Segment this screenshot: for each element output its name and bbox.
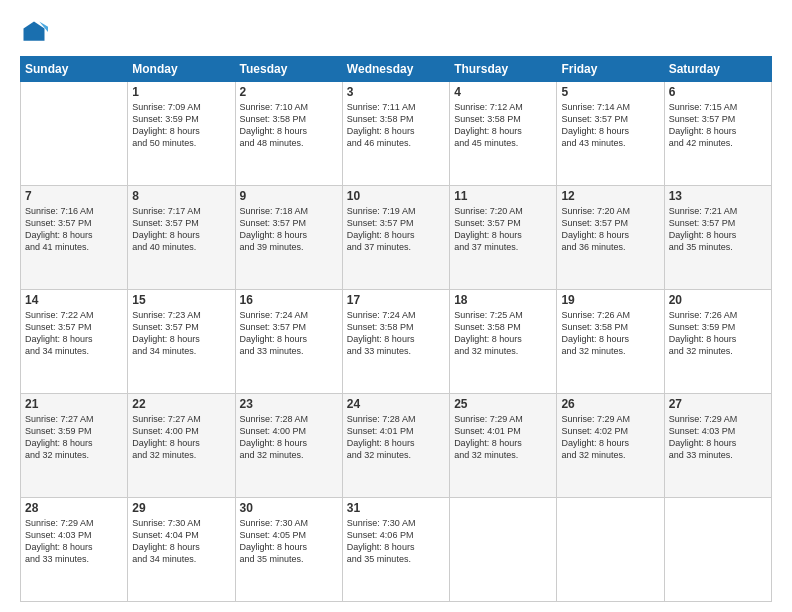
svg-marker-0: [24, 22, 45, 41]
calendar-cell: 28Sunrise: 7:29 AM Sunset: 4:03 PM Dayli…: [21, 498, 128, 602]
day-number: 21: [25, 397, 123, 411]
calendar-cell: 26Sunrise: 7:29 AM Sunset: 4:02 PM Dayli…: [557, 394, 664, 498]
day-number: 9: [240, 189, 338, 203]
cell-info: Sunrise: 7:10 AM Sunset: 3:58 PM Dayligh…: [240, 101, 338, 150]
weekday-header-monday: Monday: [128, 57, 235, 82]
calendar-cell: 7Sunrise: 7:16 AM Sunset: 3:57 PM Daylig…: [21, 186, 128, 290]
calendar-cell: [450, 498, 557, 602]
day-number: 28: [25, 501, 123, 515]
logo-icon: [20, 18, 48, 46]
day-number: 22: [132, 397, 230, 411]
calendar-cell: 12Sunrise: 7:20 AM Sunset: 3:57 PM Dayli…: [557, 186, 664, 290]
day-number: 30: [240, 501, 338, 515]
day-number: 2: [240, 85, 338, 99]
calendar-cell: 9Sunrise: 7:18 AM Sunset: 3:57 PM Daylig…: [235, 186, 342, 290]
day-number: 26: [561, 397, 659, 411]
calendar-cell: 3Sunrise: 7:11 AM Sunset: 3:58 PM Daylig…: [342, 82, 449, 186]
calendar-cell: 31Sunrise: 7:30 AM Sunset: 4:06 PM Dayli…: [342, 498, 449, 602]
day-number: 4: [454, 85, 552, 99]
day-number: 24: [347, 397, 445, 411]
day-number: 12: [561, 189, 659, 203]
calendar-cell: 29Sunrise: 7:30 AM Sunset: 4:04 PM Dayli…: [128, 498, 235, 602]
cell-info: Sunrise: 7:30 AM Sunset: 4:06 PM Dayligh…: [347, 517, 445, 566]
calendar-week-4: 21Sunrise: 7:27 AM Sunset: 3:59 PM Dayli…: [21, 394, 772, 498]
cell-info: Sunrise: 7:29 AM Sunset: 4:01 PM Dayligh…: [454, 413, 552, 462]
calendar-week-3: 14Sunrise: 7:22 AM Sunset: 3:57 PM Dayli…: [21, 290, 772, 394]
cell-info: Sunrise: 7:20 AM Sunset: 3:57 PM Dayligh…: [561, 205, 659, 254]
calendar-week-1: 1Sunrise: 7:09 AM Sunset: 3:59 PM Daylig…: [21, 82, 772, 186]
calendar-cell: 24Sunrise: 7:28 AM Sunset: 4:01 PM Dayli…: [342, 394, 449, 498]
calendar-cell: [21, 82, 128, 186]
calendar-cell: 22Sunrise: 7:27 AM Sunset: 4:00 PM Dayli…: [128, 394, 235, 498]
cell-info: Sunrise: 7:12 AM Sunset: 3:58 PM Dayligh…: [454, 101, 552, 150]
day-number: 11: [454, 189, 552, 203]
cell-info: Sunrise: 7:26 AM Sunset: 3:59 PM Dayligh…: [669, 309, 767, 358]
header: [20, 18, 772, 46]
day-number: 14: [25, 293, 123, 307]
day-number: 13: [669, 189, 767, 203]
cell-info: Sunrise: 7:16 AM Sunset: 3:57 PM Dayligh…: [25, 205, 123, 254]
cell-info: Sunrise: 7:29 AM Sunset: 4:03 PM Dayligh…: [669, 413, 767, 462]
calendar-cell: 25Sunrise: 7:29 AM Sunset: 4:01 PM Dayli…: [450, 394, 557, 498]
weekday-header-friday: Friday: [557, 57, 664, 82]
cell-info: Sunrise: 7:18 AM Sunset: 3:57 PM Dayligh…: [240, 205, 338, 254]
calendar-cell: [664, 498, 771, 602]
calendar-cell: 15Sunrise: 7:23 AM Sunset: 3:57 PM Dayli…: [128, 290, 235, 394]
calendar-cell: 1Sunrise: 7:09 AM Sunset: 3:59 PM Daylig…: [128, 82, 235, 186]
calendar-cell: 10Sunrise: 7:19 AM Sunset: 3:57 PM Dayli…: [342, 186, 449, 290]
calendar-cell: 6Sunrise: 7:15 AM Sunset: 3:57 PM Daylig…: [664, 82, 771, 186]
day-number: 29: [132, 501, 230, 515]
calendar-week-5: 28Sunrise: 7:29 AM Sunset: 4:03 PM Dayli…: [21, 498, 772, 602]
day-number: 5: [561, 85, 659, 99]
calendar-cell: 20Sunrise: 7:26 AM Sunset: 3:59 PM Dayli…: [664, 290, 771, 394]
weekday-header-row: SundayMondayTuesdayWednesdayThursdayFrid…: [21, 57, 772, 82]
cell-info: Sunrise: 7:14 AM Sunset: 3:57 PM Dayligh…: [561, 101, 659, 150]
cell-info: Sunrise: 7:22 AM Sunset: 3:57 PM Dayligh…: [25, 309, 123, 358]
cell-info: Sunrise: 7:27 AM Sunset: 3:59 PM Dayligh…: [25, 413, 123, 462]
cell-info: Sunrise: 7:24 AM Sunset: 3:58 PM Dayligh…: [347, 309, 445, 358]
day-number: 6: [669, 85, 767, 99]
day-number: 10: [347, 189, 445, 203]
weekday-header-wednesday: Wednesday: [342, 57, 449, 82]
calendar-cell: 13Sunrise: 7:21 AM Sunset: 3:57 PM Dayli…: [664, 186, 771, 290]
cell-info: Sunrise: 7:28 AM Sunset: 4:00 PM Dayligh…: [240, 413, 338, 462]
cell-info: Sunrise: 7:19 AM Sunset: 3:57 PM Dayligh…: [347, 205, 445, 254]
day-number: 15: [132, 293, 230, 307]
cell-info: Sunrise: 7:11 AM Sunset: 3:58 PM Dayligh…: [347, 101, 445, 150]
calendar-cell: 4Sunrise: 7:12 AM Sunset: 3:58 PM Daylig…: [450, 82, 557, 186]
calendar-cell: 27Sunrise: 7:29 AM Sunset: 4:03 PM Dayli…: [664, 394, 771, 498]
cell-info: Sunrise: 7:17 AM Sunset: 3:57 PM Dayligh…: [132, 205, 230, 254]
cell-info: Sunrise: 7:30 AM Sunset: 4:04 PM Dayligh…: [132, 517, 230, 566]
calendar-cell: 19Sunrise: 7:26 AM Sunset: 3:58 PM Dayli…: [557, 290, 664, 394]
day-number: 20: [669, 293, 767, 307]
day-number: 17: [347, 293, 445, 307]
calendar-week-2: 7Sunrise: 7:16 AM Sunset: 3:57 PM Daylig…: [21, 186, 772, 290]
cell-info: Sunrise: 7:26 AM Sunset: 3:58 PM Dayligh…: [561, 309, 659, 358]
cell-info: Sunrise: 7:20 AM Sunset: 3:57 PM Dayligh…: [454, 205, 552, 254]
calendar-cell: [557, 498, 664, 602]
calendar-table: SundayMondayTuesdayWednesdayThursdayFrid…: [20, 56, 772, 602]
logo: [20, 18, 52, 46]
cell-info: Sunrise: 7:29 AM Sunset: 4:02 PM Dayligh…: [561, 413, 659, 462]
day-number: 3: [347, 85, 445, 99]
day-number: 16: [240, 293, 338, 307]
cell-info: Sunrise: 7:21 AM Sunset: 3:57 PM Dayligh…: [669, 205, 767, 254]
calendar-cell: 5Sunrise: 7:14 AM Sunset: 3:57 PM Daylig…: [557, 82, 664, 186]
calendar-cell: 18Sunrise: 7:25 AM Sunset: 3:58 PM Dayli…: [450, 290, 557, 394]
cell-info: Sunrise: 7:15 AM Sunset: 3:57 PM Dayligh…: [669, 101, 767, 150]
calendar-cell: 11Sunrise: 7:20 AM Sunset: 3:57 PM Dayli…: [450, 186, 557, 290]
cell-info: Sunrise: 7:09 AM Sunset: 3:59 PM Dayligh…: [132, 101, 230, 150]
cell-info: Sunrise: 7:24 AM Sunset: 3:57 PM Dayligh…: [240, 309, 338, 358]
page: SundayMondayTuesdayWednesdayThursdayFrid…: [0, 0, 792, 612]
calendar-cell: 30Sunrise: 7:30 AM Sunset: 4:05 PM Dayli…: [235, 498, 342, 602]
weekday-header-thursday: Thursday: [450, 57, 557, 82]
cell-info: Sunrise: 7:29 AM Sunset: 4:03 PM Dayligh…: [25, 517, 123, 566]
calendar-cell: 16Sunrise: 7:24 AM Sunset: 3:57 PM Dayli…: [235, 290, 342, 394]
calendar-cell: 8Sunrise: 7:17 AM Sunset: 3:57 PM Daylig…: [128, 186, 235, 290]
calendar-cell: 2Sunrise: 7:10 AM Sunset: 3:58 PM Daylig…: [235, 82, 342, 186]
weekday-header-sunday: Sunday: [21, 57, 128, 82]
day-number: 31: [347, 501, 445, 515]
day-number: 25: [454, 397, 552, 411]
day-number: 8: [132, 189, 230, 203]
day-number: 27: [669, 397, 767, 411]
